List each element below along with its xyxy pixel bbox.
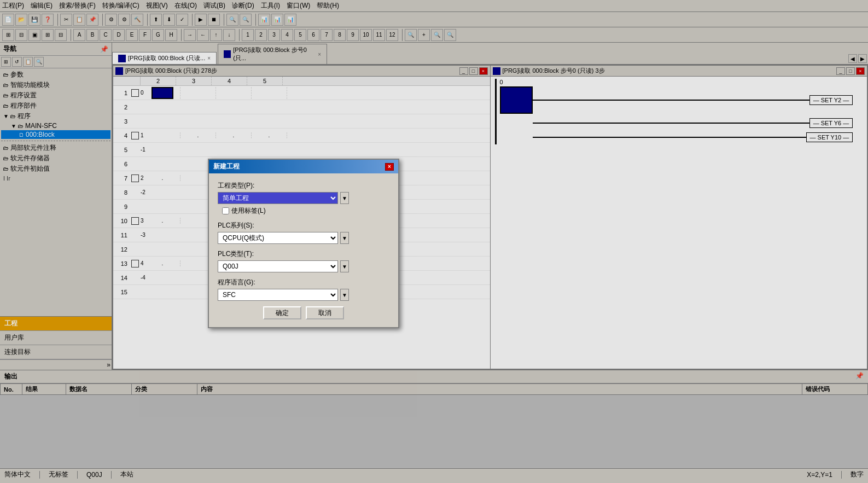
dlg-plc-type-label: PLC类型(T): — [218, 249, 389, 259]
dlg-plc-type-wrapper: Q00J Q00 Q01 Q02 ▼ — [218, 260, 389, 272]
dlg-plc-type-row: PLC类型(T): Q00J Q00 Q01 Q02 ▼ — [218, 249, 389, 272]
dlg-project-type-wrapper: 简单工程 结构化工程 ▼ — [218, 192, 389, 204]
dlg-plc-series-wrapper: QCPU(Q模式) QCPU(A模式) QnACPU ACPU ▼ — [218, 232, 389, 244]
dlg-use-label-row: 使用标签(L) — [222, 206, 389, 216]
dlg-project-type-label: 工程类型(P): — [218, 181, 389, 190]
dlg-prog-lang-arrow[interactable]: ▼ — [340, 289, 349, 301]
dialog-new-project: 新建工程 × 工程类型(P): 简单工程 结构化工程 ▼ 使用标签(L) — [208, 159, 399, 328]
dlg-plc-type-arrow[interactable]: ▼ — [340, 260, 349, 272]
dlg-cancel-btn[interactable]: 取消 — [306, 306, 344, 319]
dlg-prog-lang-wrapper: SFC 梯形图 ST FBD ▼ — [218, 289, 389, 301]
dlg-plc-series-arrow[interactable]: ▼ — [340, 232, 349, 244]
dlg-use-label-text: 使用标签(L) — [231, 206, 266, 216]
dlg-project-type-select[interactable]: 简单工程 结构化工程 — [218, 192, 338, 204]
dlg-buttons: 确定 取消 — [218, 306, 389, 319]
dlg-use-label-check[interactable] — [222, 207, 229, 214]
dlg-prog-lang-label: 程序语言(G): — [218, 278, 389, 287]
dialog-close-btn[interactable]: × — [385, 163, 394, 171]
dlg-prog-lang-select[interactable]: SFC 梯形图 ST FBD — [218, 289, 338, 301]
dlg-plc-series-row: PLC系列(S): QCPU(Q模式) QCPU(A模式) QnACPU ACP… — [218, 221, 389, 244]
dlg-plc-series-select[interactable]: QCPU(Q模式) QCPU(A模式) QnACPU ACPU — [218, 232, 338, 244]
dlg-plc-type-select[interactable]: Q00J Q00 Q01 Q02 — [218, 260, 338, 272]
dialog-body: 工程类型(P): 简单工程 结构化工程 ▼ 使用标签(L) PLC系列(S): — [209, 173, 398, 327]
dlg-project-type-row: 工程类型(P): 简单工程 结构化工程 ▼ 使用标签(L) — [218, 181, 389, 216]
dlg-confirm-btn[interactable]: 确定 — [263, 306, 301, 319]
dialog-titlebar: 新建工程 × — [209, 160, 398, 173]
dlg-project-type-arrow[interactable]: ▼ — [340, 192, 349, 204]
dlg-prog-lang-row: 程序语言(G): SFC 梯形图 ST FBD ▼ — [218, 278, 389, 301]
dlg-plc-series-label: PLC系列(S): — [218, 221, 389, 230]
dialog-overlay: 新建工程 × 工程类型(P): 简单工程 结构化工程 ▼ 使用标签(L) — [0, 0, 868, 483]
dialog-title: 新建工程 — [213, 162, 240, 171]
